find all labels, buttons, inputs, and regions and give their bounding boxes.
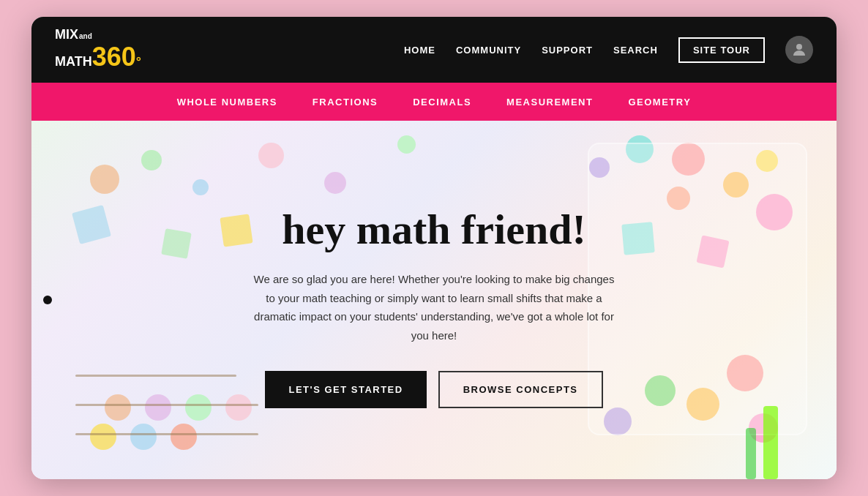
hero-title: hey math friend!: [251, 206, 617, 253]
category-geometry[interactable]: GEOMETRY: [628, 97, 691, 108]
logo-and: and: [79, 32, 92, 40]
logo-math: MATH: [55, 55, 92, 69]
category-fractions[interactable]: FRACTIONS: [313, 97, 378, 108]
category-navigation: WHOLE NUMBERS FRACTIONS DECIMALS MEASURE…: [31, 83, 837, 121]
category-decimals[interactable]: DECIMALS: [413, 97, 471, 108]
nav-support[interactable]: SUPPORT: [542, 45, 593, 56]
hero-content: hey math friend! We are so glad you are …: [236, 162, 632, 438]
hero-buttons: LET'S GET STARTED BROWSE CONCEPTS: [251, 371, 617, 408]
logo-degree: °: [136, 55, 141, 69]
nav-search[interactable]: SEARCH: [613, 45, 658, 56]
abacus-b5: [90, 424, 116, 450]
abacus-rod-1: [75, 433, 258, 435]
avatar[interactable]: [785, 36, 813, 64]
deco-circle-3: [192, 179, 209, 195]
green-strip-2: [746, 428, 756, 479]
deco-circle-6: [397, 135, 416, 154]
abacus-b2: [145, 394, 171, 421]
browse-concepts-button[interactable]: BROWSE CONCEPTS: [438, 371, 603, 408]
rect-2: [161, 228, 192, 259]
rect-1: [72, 205, 111, 244]
nav-home[interactable]: HOME: [404, 45, 435, 56]
carousel-dot[interactable]: [43, 296, 52, 304]
deco-circle-1: [90, 165, 119, 194]
logo: MIX and MATH 360 °: [55, 28, 141, 71]
nav-links: HOME COMMUNITY SUPPORT SEARCH SITE TOUR: [404, 36, 813, 64]
svg-point-0: [796, 44, 802, 50]
lets-get-started-button[interactable]: LET'S GET STARTED: [265, 371, 426, 408]
logo-360: 360: [92, 42, 136, 72]
abacus-b7: [171, 424, 197, 450]
abacus-b3: [185, 394, 212, 421]
abacus-b6: [130, 424, 157, 450]
logo-link[interactable]: MIX and MATH 360 °: [55, 28, 141, 71]
hero-section: hey math friend! We are so glad you are …: [31, 121, 837, 479]
category-measurement[interactable]: MEASUREMENT: [506, 97, 593, 108]
green-strip-1: [763, 406, 778, 479]
deco-circle-2: [141, 150, 162, 170]
abacus-rod-3: [75, 375, 236, 377]
browser-frame: MIX and MATH 360 ° HOME COMMUNITY SUPPOR…: [31, 17, 837, 479]
category-whole-numbers[interactable]: WHOLE NUMBERS: [177, 97, 277, 108]
abacus-rod-2: [75, 404, 258, 406]
abacus-b1: [105, 394, 131, 421]
site-tour-button[interactable]: SITE TOUR: [678, 37, 765, 63]
logo-mix: MIX: [55, 28, 78, 42]
nav-community[interactable]: COMMUNITY: [456, 45, 521, 56]
top-navigation: MIX and MATH 360 ° HOME COMMUNITY SUPPOR…: [31, 17, 837, 83]
hero-subtitle: We are so glad you are here! Whether you…: [251, 270, 617, 345]
